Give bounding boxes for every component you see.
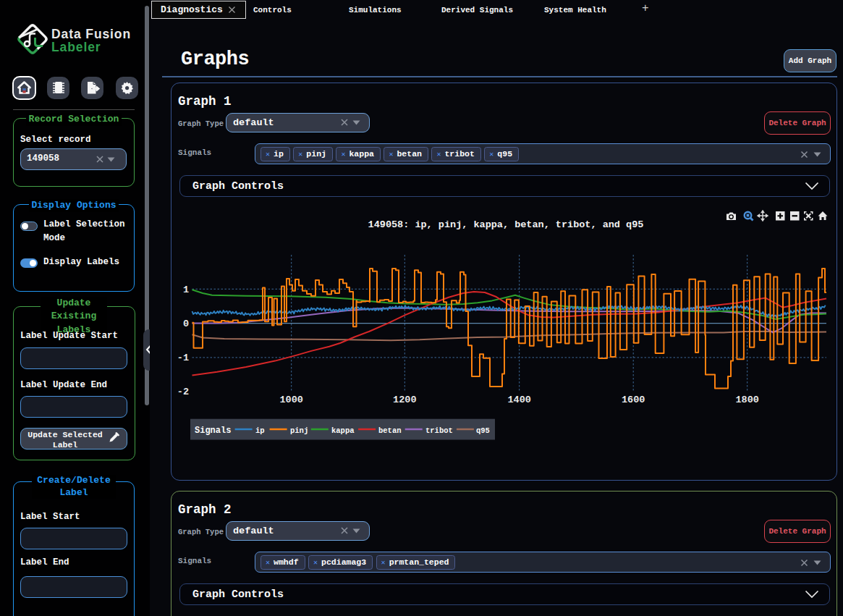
svg-text:1400: 1400 <box>507 395 530 405</box>
svg-text:pinj: pinj <box>290 426 308 435</box>
svg-text:-1: -1 <box>177 353 189 363</box>
svg-text:0: 0 <box>183 318 189 329</box>
svg-text:ip: ip <box>255 426 265 435</box>
svg-text:1: 1 <box>183 284 189 295</box>
svg-text:1200: 1200 <box>393 395 416 405</box>
svg-text:tribot: tribot <box>425 426 453 435</box>
svg-text:Labeler: Labeler <box>51 40 101 54</box>
svg-text:1800: 1800 <box>735 395 758 405</box>
svg-text:q95: q95 <box>476 426 490 435</box>
svg-text:1600: 1600 <box>622 395 645 405</box>
svg-text:betan: betan <box>378 426 402 435</box>
svg-text:149058: ip, pinj, kappa, betan: 149058: ip, pinj, kappa, betan, tribot, … <box>368 219 644 230</box>
svg-text:1000: 1000 <box>279 395 302 405</box>
svg-text:-2: -2 <box>177 387 189 397</box>
svg-text:Signals: Signals <box>195 426 231 436</box>
svg-text:kappa: kappa <box>331 426 355 435</box>
